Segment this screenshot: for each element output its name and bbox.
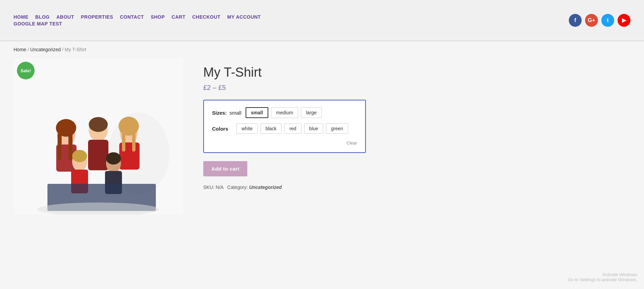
breadcrumb-current: My T-Shirt <box>65 47 86 52</box>
color-btn-black[interactable]: black <box>261 123 282 134</box>
product-details: My T-Shirt £2 – £5 Sizes: small smallmed… <box>203 58 630 190</box>
nav-link-contact[interactable]: CONTACT <box>120 14 144 20</box>
sku-value: N/A <box>216 185 224 190</box>
svg-rect-14 <box>68 133 72 160</box>
svg-rect-9 <box>132 131 136 152</box>
nav-link-my-account[interactable]: MY ACCOUNT <box>227 14 261 20</box>
color-btn-blue[interactable]: blue <box>304 123 323 134</box>
site-header: HOMEBLOGABOUTPROPERTIESCONTACTSHOPCARTCH… <box>0 0 644 41</box>
social-icons: f G+ t ▶ <box>569 14 630 27</box>
product-meta: SKU: N/A Category: Uncategorized <box>203 185 630 190</box>
svg-point-4 <box>89 117 108 132</box>
youtube-icon[interactable]: ▶ <box>618 14 630 27</box>
size-btn-small[interactable]: small <box>246 107 269 118</box>
nav-link-blog[interactable]: BLOG <box>35 14 49 20</box>
nav-link-google-map-test[interactable]: GOOGLE MAP TEST <box>14 21 62 26</box>
colors-row: Colors whiteblackredbluegreen Clear <box>212 123 357 146</box>
breadcrumb-home[interactable]: Home <box>14 47 26 52</box>
color-btn-green[interactable]: green <box>326 123 348 134</box>
size-btn-large[interactable]: large <box>301 107 321 118</box>
nav-link-cart[interactable]: CART <box>172 14 186 20</box>
facebook-icon[interactable]: f <box>569 14 582 27</box>
svg-rect-8 <box>122 131 125 152</box>
nav-link-shop[interactable]: SHOP <box>151 14 165 20</box>
svg-point-17 <box>72 150 87 162</box>
sku-label: SKU: <box>203 185 214 190</box>
color-btn-white[interactable]: white <box>236 123 258 134</box>
clear-link[interactable]: Clear <box>212 140 357 146</box>
svg-point-7 <box>119 117 139 136</box>
product-title: My T-Shirt <box>203 65 630 80</box>
breadcrumb-uncategorized[interactable]: Uncategorized <box>30 47 61 52</box>
nav-link-home[interactable]: HOME <box>14 14 28 20</box>
color-btn-red[interactable]: red <box>284 123 301 134</box>
breadcrumb: Home / Uncategorized / My T-Shirt <box>0 41 644 55</box>
product-photo <box>14 58 183 214</box>
nav-link-about[interactable]: ABOUT <box>56 14 74 20</box>
twitter-icon[interactable]: t <box>601 14 614 27</box>
navigation: HOMEBLOGABOUTPROPERTIESCONTACTSHOPCARTCH… <box>14 11 309 30</box>
colors-label: Colors <box>212 126 232 132</box>
googleplus-icon[interactable]: G+ <box>585 14 598 27</box>
svg-rect-3 <box>88 140 108 170</box>
category-label: Category: <box>227 185 248 190</box>
svg-rect-13 <box>58 133 62 160</box>
breadcrumb-sep1: / <box>27 47 30 52</box>
sizes-options: smallmediumlarge <box>246 107 322 118</box>
breadcrumb-sep2: / <box>62 47 65 52</box>
sizes-row: Sizes: small smallmediumlarge <box>212 107 357 118</box>
nav-row-1: HOMEBLOGABOUTPROPERTIESCONTACTSHOPCARTCH… <box>14 11 309 21</box>
nav-link-properties[interactable]: PROPERTIES <box>81 14 113 20</box>
colors-options: whiteblackredbluegreen <box>236 123 348 134</box>
variant-box: Sizes: small smallmediumlarge Colors whi… <box>203 100 366 153</box>
nav-link-checkout[interactable]: CHECKOUT <box>192 14 220 20</box>
product-image-area: Sale! <box>14 58 183 214</box>
sizes-label: Sizes: small <box>212 110 242 116</box>
svg-point-20 <box>106 152 121 165</box>
category-value: Uncategorized <box>249 185 282 190</box>
add-to-cart-button[interactable]: Add to cart <box>203 161 247 176</box>
main-content: Sale! <box>0 55 644 228</box>
sale-badge: Sale! <box>17 62 35 79</box>
product-image <box>14 58 183 214</box>
product-price: £2 – £5 <box>203 84 630 92</box>
size-btn-medium[interactable]: medium <box>271 107 298 118</box>
sizes-selected: small <box>230 110 242 116</box>
nav-row-2: GOOGLE MAP TEST <box>14 21 309 30</box>
